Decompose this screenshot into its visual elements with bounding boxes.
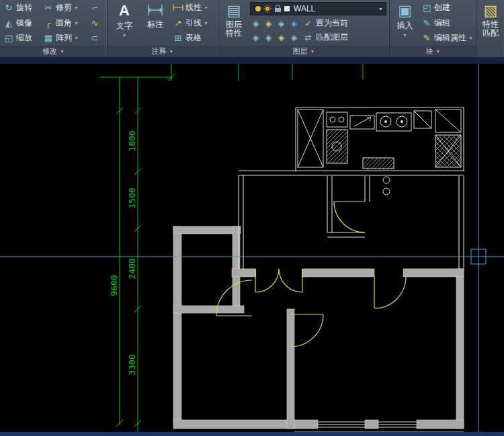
- offset-button[interactable]: ⊂: [88, 32, 104, 44]
- blend-icon: ∿: [89, 19, 100, 28]
- layer-props-label-2: 特性: [226, 28, 242, 38]
- set-current-label: 置为当前: [316, 17, 348, 29]
- linear-dim-button[interactable]: 线性 ▼: [171, 1, 214, 14]
- panel-label-text: 修改: [42, 46, 57, 56]
- fillet-label: 圆角: [56, 17, 72, 29]
- gas-stove: [376, 113, 411, 131]
- layer-unisolate-icon[interactable]: ◈: [263, 19, 274, 28]
- set-current-button[interactable]: ✓ 置为当前: [301, 17, 349, 29]
- current-layer-name: WALL: [294, 4, 315, 13]
- blend-button[interactable]: ∿: [88, 17, 104, 30]
- layer-thaw-icon[interactable]: ◈: [276, 34, 287, 42]
- trim-icon: ✂: [43, 3, 54, 12]
- chevron-down-icon: ▼: [436, 49, 441, 54]
- array-button[interactable]: ▦ 阵列 ▼: [42, 32, 86, 44]
- leader-label: 引线: [185, 17, 202, 29]
- linear-label: 线性: [185, 2, 202, 13]
- offset-icon: ⊂: [89, 34, 100, 42]
- dim-2400: 2400: [127, 258, 137, 279]
- panel-label-block[interactable]: 块 ▼: [390, 46, 476, 57]
- panel-label-text: 图层: [293, 46, 308, 56]
- text-icon: A: [119, 3, 130, 19]
- leader-icon: ↗: [173, 19, 183, 28]
- mirror-icon: ◭: [3, 19, 14, 28]
- dim-3300: 3300: [127, 354, 137, 375]
- layer-dropdown[interactable]: WALL ▼: [250, 2, 386, 15]
- scale-icon: ◱: [3, 34, 14, 42]
- match-properties-button[interactable]: ▧ 特性 匹配: [479, 1, 502, 56]
- insert-block-icon: ▣: [398, 3, 412, 19]
- sink-cabinet: [327, 130, 347, 163]
- panel-label-annotate[interactable]: 注释 ▼: [108, 46, 218, 57]
- chevron-down-icon: ▼: [378, 7, 383, 11]
- dimension-button[interactable]: 标注: [141, 1, 169, 45]
- match-layer-icon: ⇄: [302, 34, 314, 42]
- chevron-down-icon: ▼: [403, 33, 407, 38]
- chevron-down-icon: ▼: [60, 49, 65, 54]
- ribbon-bottom-strip: [0, 57, 504, 64]
- table-button[interactable]: ⊞ 表格: [171, 32, 214, 44]
- mirror-label: 镜像: [16, 17, 32, 29]
- pipe: [383, 188, 390, 195]
- dim-1800: 1800: [127, 130, 137, 151]
- layer-properties-button[interactable]: ▤ 图层 特性: [220, 1, 247, 45]
- match-layer-label: 匹配图层: [316, 32, 348, 43]
- fillet-button[interactable]: ╭ 圆角 ▼: [42, 17, 86, 30]
- measure-button[interactable]: ⌐: [88, 1, 104, 14]
- array-label: 阵列: [56, 32, 72, 44]
- table-label: 表格: [185, 32, 202, 44]
- edit-attributes-icon: ✎: [421, 34, 432, 42]
- insert-label: 插入: [397, 20, 413, 32]
- leader-button[interactable]: ↗ 引线 ▼: [171, 17, 214, 30]
- edit-attributes-button[interactable]: ✎ 编辑属性 ▼: [420, 32, 474, 44]
- crosshair-cursor: [0, 64, 504, 436]
- panel-label-text: 注释: [152, 46, 167, 56]
- layer-isolate-icon[interactable]: ◈: [250, 19, 261, 28]
- rotate-icon: ↻: [3, 3, 14, 12]
- layer-lock-icon[interactable]: ◈: [288, 19, 300, 28]
- edit-block-icon: ✎: [421, 19, 432, 28]
- dimension-text: 1800 1500 2400 3300 9600: [109, 130, 137, 375]
- layer-props-label-1: 图层: [226, 19, 242, 29]
- layer-off-icon[interactable]: ◈: [250, 34, 261, 42]
- counter-hatch: [363, 158, 394, 169]
- chevron-down-icon: ▼: [74, 5, 79, 10]
- match-layer-button[interactable]: ⇄ 匹配图层: [301, 32, 349, 43]
- layer-unlock-icon[interactable]: ◈: [288, 34, 300, 42]
- dim-9600: 9600: [109, 275, 119, 296]
- insert-block-button[interactable]: ▣ 插入 ▼: [392, 1, 418, 45]
- dimension-label: 标注: [147, 19, 163, 30]
- layer-on-icon[interactable]: ◈: [263, 34, 274, 42]
- panel-match-properties: ▧ 特性 匹配: [477, 0, 504, 57]
- dim-1500: 1500: [127, 187, 137, 208]
- panel-label-layers[interactable]: 图层 ▼: [218, 46, 389, 57]
- measure-icon: ⌐: [89, 3, 100, 12]
- chevron-down-icon: ▼: [468, 36, 473, 40]
- layer-state-icons: [253, 4, 291, 13]
- rotate-button[interactable]: ↻ 旋转: [2, 1, 40, 14]
- panel-label-modify[interactable]: 修改 ▼: [0, 46, 107, 57]
- rotate-label: 旋转: [16, 2, 32, 13]
- drawing-canvas[interactable]: 1800 1500 2400 3300 9600: [0, 64, 504, 436]
- scale-button[interactable]: ◱ 缩放: [2, 32, 40, 44]
- panel-label-text: 块: [426, 46, 433, 56]
- set-current-icon: ✓: [302, 19, 314, 28]
- trim-button[interactable]: ✂ 修剪 ▼: [42, 1, 86, 14]
- text-label: 文字: [116, 20, 132, 32]
- linear-dim-icon: [173, 4, 183, 11]
- mirror-button[interactable]: ◭ 镜像: [2, 17, 40, 30]
- create-label: 创建: [434, 2, 450, 13]
- match-properties-label-2: 匹配: [482, 28, 499, 38]
- edit-block-button[interactable]: ✎ 编辑: [420, 17, 474, 30]
- bulb-icon: [255, 6, 261, 11]
- create-block-button[interactable]: ◰ 创建: [420, 1, 474, 14]
- kitchen-fixtures: [298, 110, 461, 195]
- chevron-down-icon: ▼: [310, 49, 315, 54]
- layer-freeze-icon[interactable]: ◈: [276, 19, 287, 28]
- chevron-down-icon: ▼: [74, 21, 79, 26]
- array-icon: ▦: [43, 34, 54, 42]
- lock-icon: [275, 5, 281, 13]
- ribbon: ↻ 旋转 ◭ 镜像 ◱ 缩放 ✂ 修剪 ▼ ╭: [0, 0, 504, 57]
- panel-block: ▣ 插入 ▼ ◰ 创建 ✎ 编辑 ✎ 编辑属性 ▼: [390, 0, 477, 57]
- text-button[interactable]: A 文字 ▼: [110, 1, 139, 45]
